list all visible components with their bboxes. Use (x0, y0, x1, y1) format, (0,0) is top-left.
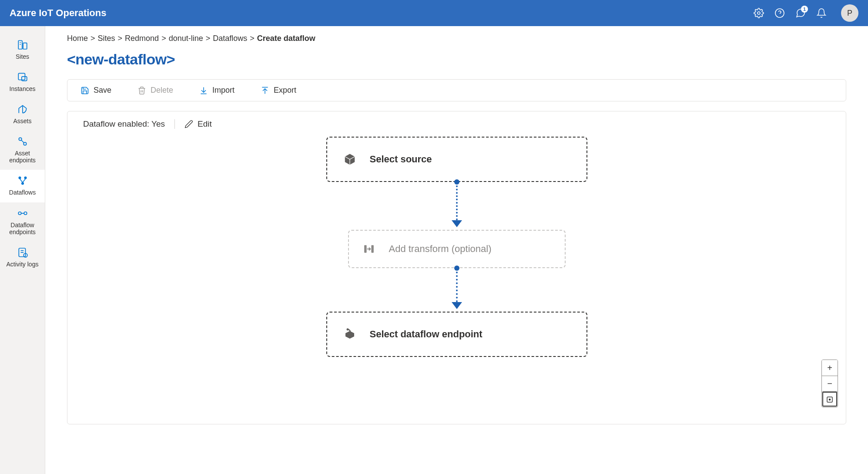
svg-point-15 (24, 212, 27, 215)
breadcrumb: Home> Sites> Redmond> donut-line> Datafl… (67, 34, 846, 43)
nav-activity-logs[interactable]: Activity logs (0, 242, 45, 274)
dataflows-icon (17, 175, 28, 186)
node-label: Select dataflow endpoint (370, 329, 483, 340)
svg-rect-4 (23, 43, 27, 49)
app-header: Azure IoT Operations 1 P (0, 0, 868, 26)
export-icon (261, 86, 269, 95)
settings-icon[interactable] (753, 7, 764, 19)
zoom-out-button[interactable]: − (822, 376, 838, 391)
svg-point-26 (346, 328, 349, 330)
help-icon[interactable] (774, 7, 785, 19)
nav-label: Dataflows (9, 189, 36, 196)
instances-icon (17, 71, 28, 83)
endpoint-icon (343, 327, 357, 341)
node-label: Add transform (optional) (389, 243, 492, 255)
sites-icon (17, 39, 28, 50)
edit-button[interactable]: Edit (184, 119, 212, 129)
svg-point-1 (775, 9, 784, 17)
zoom-fit-button[interactable] (822, 391, 838, 407)
asset-endpoints-icon (17, 136, 28, 147)
zoom-controls: + − (821, 360, 838, 407)
transform-node[interactable]: Add transform (optional) (348, 230, 566, 268)
dataflow-enabled-status: Dataflow enabled: Yes (83, 119, 175, 129)
page-title: <new-dataflow> (67, 51, 846, 68)
export-button[interactable]: Export (261, 86, 296, 95)
assets-icon (17, 104, 28, 115)
flow-connector (326, 268, 587, 312)
canvas-header: Dataflow enabled: Yes Edit (67, 111, 846, 137)
connector-arrow-icon (452, 220, 462, 227)
edit-icon (184, 120, 193, 128)
main-content: Home> Sites> Redmond> donut-line> Datafl… (45, 26, 868, 474)
nav-label: Sites (16, 53, 29, 60)
import-icon (199, 86, 208, 95)
flow-connector (326, 182, 587, 230)
save-button[interactable]: Save (80, 86, 111, 95)
delete-button: Delete (137, 86, 173, 95)
nav-label: Asset endpoints (2, 150, 43, 164)
svg-point-13 (21, 183, 23, 185)
product-title: Azure IoT Operations (10, 7, 106, 19)
cube-icon (343, 152, 357, 166)
nav-asset-endpoints[interactable]: Asset endpoints (0, 131, 45, 170)
user-avatar[interactable]: P (841, 4, 858, 22)
fit-screen-icon (826, 396, 834, 403)
toolbar: Save Delete Import Export (67, 79, 846, 101)
endpoint-node[interactable]: Select dataflow endpoint (326, 312, 587, 357)
nav-sites[interactable]: Sites (0, 34, 45, 66)
connector-dot (454, 179, 459, 185)
svg-point-12 (24, 177, 26, 179)
breadcrumb-link[interactable]: Dataflows (213, 34, 247, 43)
svg-point-28 (829, 398, 831, 400)
save-icon (80, 86, 89, 95)
connector-arrow-icon (452, 302, 462, 309)
svg-rect-3 (18, 40, 22, 49)
notifications-icon[interactable] (816, 7, 827, 19)
nav-instances[interactable]: Instances (0, 66, 45, 98)
breadcrumb-link[interactable]: Sites (98, 34, 115, 43)
activity-logs-icon (17, 247, 28, 258)
svg-point-11 (19, 177, 20, 179)
delete-icon (137, 86, 146, 95)
transform-icon (362, 242, 376, 256)
svg-rect-24 (364, 245, 366, 252)
svg-rect-25 (371, 245, 373, 252)
nav-dataflows[interactable]: Dataflows (0, 170, 45, 202)
svg-point-0 (757, 12, 760, 14)
breadcrumb-link[interactable]: Home (67, 34, 88, 43)
flow-wrap: Select source Add transform (optional) (326, 137, 587, 357)
feedback-badge: 1 (801, 6, 808, 13)
node-label: Select source (370, 154, 432, 165)
connector-line (456, 272, 458, 302)
nav-label: Activity logs (7, 261, 39, 268)
canvas-card: Dataflow enabled: Yes Edit Select source (67, 111, 846, 424)
zoom-in-button[interactable]: + (822, 360, 838, 376)
header-actions: 1 P (753, 4, 858, 22)
connector-dot (454, 266, 459, 271)
breadcrumb-link[interactable]: donut-line (169, 34, 203, 43)
feedback-icon[interactable]: 1 (795, 7, 806, 19)
nav-label: Assets (13, 118, 31, 124)
canvas-area[interactable]: Select source Add transform (optional) (67, 137, 846, 415)
breadcrumb-current: Create dataflow (257, 34, 315, 43)
nav-label: Dataflow endpoints (2, 222, 43, 235)
nav-label: Instances (10, 85, 36, 92)
dataflow-endpoints-icon (17, 208, 28, 219)
side-nav: Sites Instances Assets Asset endpoints D… (0, 26, 45, 474)
svg-point-14 (18, 212, 21, 215)
nav-dataflow-endpoints[interactable]: Dataflow endpoints (0, 202, 45, 242)
connector-line (456, 185, 458, 220)
import-button[interactable]: Import (199, 86, 235, 95)
source-node[interactable]: Select source (326, 137, 587, 182)
nav-assets[interactable]: Assets (0, 98, 45, 131)
breadcrumb-link[interactable]: Redmond (125, 34, 159, 43)
